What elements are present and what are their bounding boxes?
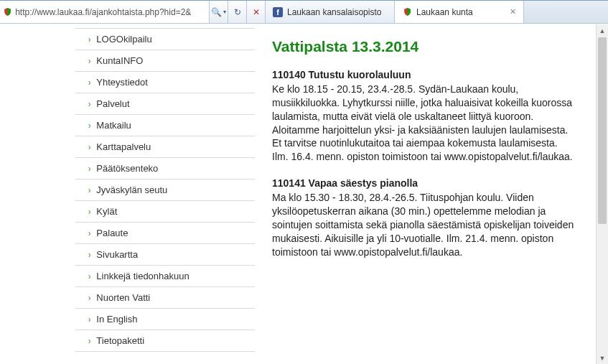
sidebar-item[interactable]: ›Linkkejä tiedonhakuun <box>75 266 255 287</box>
sidebar-item[interactable]: ›Tietopaketti <box>75 330 255 352</box>
sidebar-item-label: Jyväskylän seutu <box>96 185 167 195</box>
chevron-right-icon: › <box>88 34 90 44</box>
sidebar-item-label: Yhteystiedot <box>96 77 148 88</box>
sidebar-item-label: KuntaINFO <box>96 55 143 66</box>
page-title: Vattipalsta 13.3.2014 <box>272 38 575 55</box>
sidebar-item-label: Tietopaketti <box>96 335 144 346</box>
sidebar-item[interactable]: ›Palvelut <box>75 93 255 115</box>
refresh-button[interactable]: ↻ <box>228 1 247 23</box>
sidebar-item-label: LOGOkilpailu <box>96 34 151 45</box>
article: 110141 Vapaa säestys pianollaMa klo 15.3… <box>272 177 575 258</box>
url-input[interactable] <box>15 6 206 19</box>
scroll-up-button[interactable]: ▲ <box>597 24 608 37</box>
tab-laukaan-kunta[interactable]: Laukaan kunta ✕ <box>395 1 524 23</box>
tab-kansalaisopisto[interactable]: f Laukaan kansalaisopisto <box>266 1 395 23</box>
sidebar-item-label: In English <box>96 314 137 325</box>
chevron-right-icon: › <box>88 271 90 281</box>
chevron-right-icon: › <box>88 164 90 173</box>
sidebar-item[interactable]: ›Päätöksenteko <box>75 158 255 179</box>
sidebar-item-label: Palvelut <box>96 98 129 109</box>
article: 110140 Tutustu kuorolauluunKe klo 18.15 … <box>272 68 575 164</box>
chevron-right-icon: › <box>88 336 90 345</box>
sidebar-item-label: Nuorten Vatti <box>96 292 150 303</box>
facebook-icon: f <box>273 7 283 17</box>
sidebar-item[interactable]: ›Jyväskylän seutu <box>75 179 255 201</box>
sidebar-item-label: Kylät <box>96 206 117 217</box>
chevron-right-icon: › <box>88 185 90 195</box>
shield-icon <box>402 7 412 17</box>
article-heading: 110141 Vapaa säestys pianolla <box>272 177 575 190</box>
sidebar-nav: ›LOGOkilpailu›KuntaINFO›Yhteystiedot›Pal… <box>75 28 255 352</box>
chevron-right-icon: › <box>88 250 90 259</box>
tab-strip: f Laukaan kansalaisopisto Laukaan kunta … <box>266 1 608 23</box>
chevron-right-icon: › <box>88 207 90 216</box>
sidebar-item[interactable]: ›Nuorten Vatti <box>75 287 255 309</box>
refresh-icon: ↻ <box>234 7 241 17</box>
chevron-right-icon: › <box>88 293 90 302</box>
sidebar-item[interactable]: ›Matkailu <box>75 115 255 136</box>
chevron-down-icon: ▾ <box>223 9 226 15</box>
sidebar-item[interactable]: ›In English <box>75 309 255 330</box>
site-favicon <box>3 7 12 17</box>
scroll-down-button[interactable]: ▼ <box>597 352 608 364</box>
search-icon: 🔍 <box>211 7 222 17</box>
chevron-right-icon: › <box>88 314 90 324</box>
sidebar-item-label: Matkailu <box>96 120 131 131</box>
chevron-right-icon: › <box>88 142 90 151</box>
page-body: ›LOGOkilpailu›KuntaINFO›Yhteystiedot›Pal… <box>0 24 608 352</box>
article-heading: 110140 Tutustu kuorolauluun <box>272 68 575 82</box>
browser-toolbar: 🔍▾ ↻ ✕ f Laukaan kansalaisopisto Laukaan… <box>0 1 608 24</box>
stop-icon: ✕ <box>253 7 260 17</box>
sidebar-item-label: Päätöksenteko <box>96 163 158 174</box>
sidebar-item[interactable]: ›Sivukartta <box>75 244 255 266</box>
article-body: Ke klo 18.15 - 20.15, 23.4.-28.5. Sydän-… <box>272 83 575 164</box>
address-bar[interactable] <box>0 1 210 23</box>
sidebar-item-label: Palaute <box>96 228 128 238</box>
chevron-right-icon: › <box>88 56 90 65</box>
sidebar-item[interactable]: ›Karttapalvelu <box>75 136 255 158</box>
sidebar-item-label: Karttapalvelu <box>96 141 151 152</box>
sidebar-item[interactable]: ›LOGOkilpailu <box>75 28 255 50</box>
chevron-right-icon: › <box>88 228 90 238</box>
chevron-right-icon: › <box>88 121 90 130</box>
tab-label: Laukaan kunta <box>416 7 473 17</box>
tab-close-button[interactable]: ✕ <box>510 7 516 17</box>
chevron-right-icon: › <box>88 78 90 87</box>
sidebar-item[interactable]: ›Yhteystiedot <box>75 72 255 93</box>
sidebar-item[interactable]: ›Palaute <box>75 223 255 244</box>
search-dropdown-button[interactable]: 🔍▾ <box>210 1 228 23</box>
sidebar-item[interactable]: ›Kylät <box>75 201 255 223</box>
stop-button[interactable]: ✕ <box>247 1 266 23</box>
article-body: Ma klo 15.30 - 18.30, 28.4.-26.5. Tiitus… <box>272 191 575 258</box>
chevron-right-icon: › <box>88 99 90 108</box>
main-content: Vattipalsta 13.3.2014 110140 Tutustu kuo… <box>255 28 592 352</box>
sidebar-item-label: Sivukartta <box>96 249 138 260</box>
sidebar-item[interactable]: ›KuntaINFO <box>75 50 255 72</box>
scroll-thumb[interactable] <box>598 37 607 224</box>
vertical-scrollbar[interactable]: ▲ ▼ <box>596 24 608 364</box>
tab-label: Laukaan kansalaisopisto <box>287 7 381 17</box>
sidebar-item-label: Linkkejä tiedonhakuun <box>96 271 189 281</box>
